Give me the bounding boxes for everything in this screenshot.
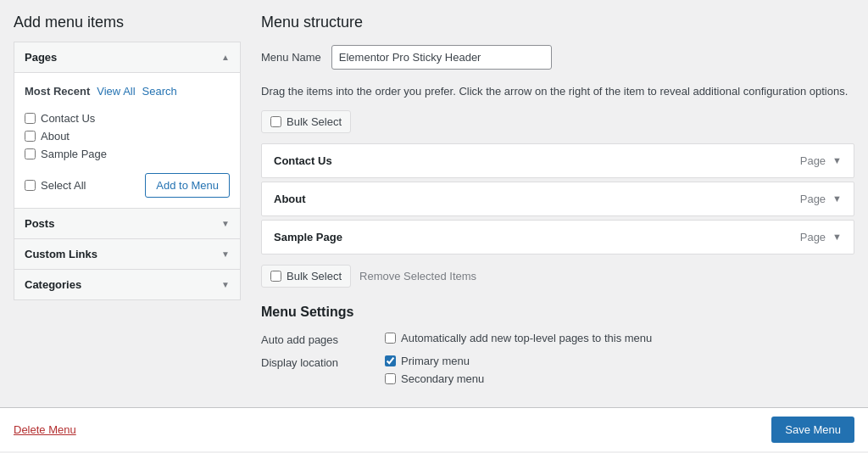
menu-item-contact-us-type: Page bbox=[800, 154, 826, 167]
bulk-select-top-label[interactable]: Bulk Select bbox=[261, 110, 351, 133]
menu-structure-title: Menu structure bbox=[261, 14, 854, 31]
menu-item-about-type: Page bbox=[800, 193, 826, 205]
list-item: Contact Us bbox=[25, 109, 230, 127]
secondary-menu-label[interactable]: Secondary menu bbox=[385, 372, 484, 385]
list-item: About bbox=[25, 127, 230, 145]
menu-name-label: Menu Name bbox=[261, 51, 321, 64]
pages-accordion-content: Most Recent View All Search Contact Us A… bbox=[14, 73, 240, 208]
auto-add-checkbox[interactable] bbox=[385, 333, 396, 344]
menu-item-contact-us-right: Page ▼ bbox=[800, 154, 842, 167]
save-menu-button[interactable]: Save Menu bbox=[771, 417, 854, 443]
display-location-content: Primary menu Secondary menu bbox=[385, 355, 484, 385]
secondary-menu-checkbox[interactable] bbox=[385, 373, 396, 384]
right-panel: Menu structure Menu Name Drag the items … bbox=[241, 14, 854, 394]
posts-chevron-down-icon: ▼ bbox=[221, 219, 230, 228]
menu-item-about-label: About bbox=[274, 193, 306, 205]
menu-item-about: About Page ▼ bbox=[261, 182, 854, 216]
menu-item-about-right: Page ▼ bbox=[800, 193, 842, 205]
bulk-select-bottom-checkbox[interactable] bbox=[270, 271, 281, 282]
pages-section-label: Pages bbox=[25, 51, 57, 64]
menu-item-contact-us-chevron-down-icon[interactable]: ▼ bbox=[832, 155, 842, 165]
menu-item-sample-page-type: Page bbox=[800, 231, 826, 243]
custom-links-accordion-header[interactable]: Custom Links ▼ bbox=[14, 239, 240, 269]
menu-item-sample-page: Sample Page Page ▼ bbox=[261, 220, 854, 254]
list-item: Sample Page bbox=[25, 145, 230, 163]
auto-add-row: Auto add pages Automatically add new top… bbox=[261, 332, 854, 346]
categories-section: Categories ▼ bbox=[14, 269, 241, 300]
posts-accordion-header[interactable]: Posts ▼ bbox=[14, 209, 240, 238]
select-all-checkbox[interactable] bbox=[25, 180, 36, 191]
remove-selected-button[interactable]: Remove Selected Items bbox=[359, 270, 476, 282]
sample-page-label: Sample Page bbox=[41, 148, 107, 160]
categories-section-label: Categories bbox=[25, 278, 81, 291]
contact-us-checkbox[interactable] bbox=[25, 113, 36, 124]
custom-links-chevron-down-icon: ▼ bbox=[221, 249, 230, 259]
primary-menu-checkbox[interactable] bbox=[385, 355, 396, 366]
menu-item-sample-page-chevron-down-icon[interactable]: ▼ bbox=[832, 232, 842, 242]
menu-item-sample-page-right: Page ▼ bbox=[800, 231, 842, 243]
add-menu-items-title: Add menu items bbox=[14, 14, 241, 31]
bulk-select-bottom-label[interactable]: Bulk Select bbox=[261, 265, 351, 288]
tab-search[interactable]: Search bbox=[142, 83, 177, 99]
menu-settings: Menu Settings Auto add pages Automatical… bbox=[261, 305, 854, 385]
categories-chevron-down-icon: ▼ bbox=[221, 280, 230, 289]
primary-menu-label[interactable]: Primary menu bbox=[385, 355, 484, 367]
menu-item-contact-us-label: Contact Us bbox=[274, 154, 332, 167]
pages-checkbox-list: Contact Us About Sample Page bbox=[25, 109, 230, 163]
tab-view-all[interactable]: View All bbox=[97, 83, 135, 99]
custom-links-section-label: Custom Links bbox=[25, 248, 97, 260]
pages-tab-row: Most Recent View All Search bbox=[25, 83, 230, 99]
add-to-menu-button[interactable]: Add to Menu bbox=[145, 173, 230, 198]
display-location-row: Display location Primary menu Secondary … bbox=[261, 355, 854, 385]
page-footer: Delete Menu Save Menu bbox=[0, 407, 868, 451]
pages-accordion-header[interactable]: Pages ▲ bbox=[14, 42, 240, 73]
categories-accordion-header[interactable]: Categories ▼ bbox=[14, 270, 240, 299]
menu-name-row: Menu Name bbox=[261, 45, 854, 70]
pages-chevron-up-icon: ▲ bbox=[221, 53, 230, 62]
pages-footer-row: Select All Add to Menu bbox=[25, 173, 230, 198]
bulk-select-bottom-row: Bulk Select Remove Selected Items bbox=[261, 265, 854, 288]
about-label: About bbox=[41, 130, 70, 143]
left-panel: Add menu items Pages ▲ Most Recent View … bbox=[14, 14, 241, 394]
about-checkbox[interactable] bbox=[25, 131, 36, 142]
menu-items-list: Contact Us Page ▼ About Page ▼ Sample Pa… bbox=[261, 143, 854, 254]
custom-links-section: Custom Links ▼ bbox=[14, 238, 241, 270]
menu-settings-title: Menu Settings bbox=[261, 305, 854, 320]
posts-section: Posts ▼ bbox=[14, 208, 241, 239]
menu-item-sample-page-label: Sample Page bbox=[274, 231, 342, 243]
menu-item-about-chevron-down-icon[interactable]: ▼ bbox=[832, 193, 842, 204]
menu-name-input[interactable] bbox=[331, 45, 552, 70]
auto-add-label: Auto add pages bbox=[261, 332, 371, 346]
sample-page-checkbox[interactable] bbox=[25, 148, 36, 159]
bulk-select-top-row: Bulk Select bbox=[261, 110, 854, 133]
auto-add-content: Automatically add new top-level pages to… bbox=[385, 332, 652, 344]
select-all-label[interactable]: Select All bbox=[25, 179, 86, 192]
delete-menu-button[interactable]: Delete Menu bbox=[14, 423, 76, 436]
bulk-select-top-checkbox[interactable] bbox=[270, 116, 281, 127]
display-location-label: Display location bbox=[261, 355, 371, 369]
menu-item-contact-us: Contact Us Page ▼ bbox=[261, 143, 854, 178]
contact-us-label: Contact Us bbox=[41, 112, 95, 125]
posts-section-label: Posts bbox=[25, 217, 54, 230]
tab-most-recent[interactable]: Most Recent bbox=[25, 83, 90, 99]
pages-section: Pages ▲ Most Recent View All Search Cont… bbox=[14, 42, 241, 209]
drag-instruction: Drag the items into the order you prefer… bbox=[261, 83, 854, 100]
auto-add-checkbox-label[interactable]: Automatically add new top-level pages to… bbox=[385, 332, 652, 344]
